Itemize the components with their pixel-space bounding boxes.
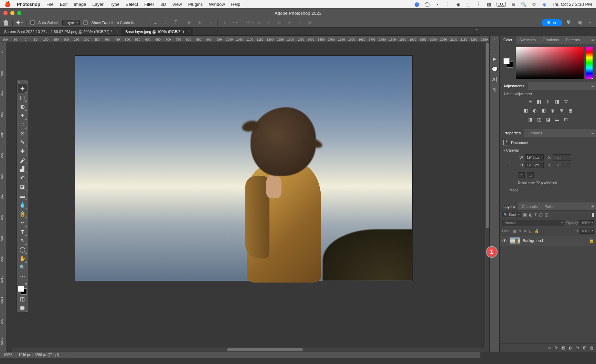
menubar-calendar-icon[interactable]: ▦ [486, 1, 492, 7]
menubar-app-icon-1[interactable]: ◯ [424, 1, 430, 7]
layer-name[interactable]: Background [523, 239, 543, 243]
link-dimensions-icon[interactable]: ⟓ [508, 158, 511, 163]
threshold-icon[interactable]: ◪ [545, 116, 552, 123]
layer-thumbnail[interactable] [510, 237, 520, 244]
link-layers-icon[interactable]: ⚯ [548, 345, 551, 350]
scrollbar-thumb[interactable] [486, 43, 489, 228]
ruler-horizontal[interactable]: 1005005010015020025030035040045050055060… [0, 36, 489, 42]
tab-color[interactable]: Color [500, 36, 516, 44]
collapsed-character-icon[interactable]: A| [492, 77, 497, 82]
menu-window[interactable]: Window [209, 2, 225, 7]
layer-row-background[interactable]: 👁 Background 🔒 [500, 235, 596, 246]
color-lookup-icon[interactable]: ▦ [567, 107, 574, 114]
dodge-tool[interactable]: 🔒 [18, 209, 27, 218]
canvas-vertical-scrollbar[interactable] [485, 42, 489, 348]
distribute-top-icon[interactable]: ⊪ [187, 19, 193, 26]
ruler-vertical[interactable]: 0100200300400500600700800900100011001200… [0, 42, 6, 352]
opacity-value[interactable]: 100% [579, 220, 594, 225]
collapsed-comments-icon[interactable]: 💬 [492, 66, 498, 72]
share-button[interactable]: Share [542, 19, 562, 26]
history-brush-tool[interactable]: ↶ [18, 174, 27, 183]
align-left-icon[interactable]: ⫞ [141, 19, 148, 26]
menubar-elephant-icon[interactable]: ⬤ [414, 1, 419, 7]
filter-smart-icon[interactable]: ◫ [545, 212, 549, 217]
lasso-tool[interactable]: ◐ [18, 102, 27, 111]
show-transform-checkbox[interactable] [83, 20, 88, 25]
panel-menu-icon[interactable]: ≡ [591, 37, 594, 42]
menubar-siri-icon[interactable]: ◉ [542, 1, 547, 7]
filter-pixel-icon[interactable]: ▣ [523, 212, 527, 217]
eyedropper-tool[interactable]: ✎ [18, 138, 27, 147]
layer-visibility-icon[interactable]: 👁 [502, 238, 507, 243]
hue-slider[interactable] [586, 47, 593, 79]
photo-filter-icon[interactable]: ◉ [549, 107, 556, 114]
align-right-icon[interactable]: ⫟ [162, 19, 169, 26]
menubar-moon-icon[interactable]: ☾ [445, 1, 450, 7]
distribute-center-icon[interactable]: ⊫ [197, 19, 204, 26]
screen-mode-tool[interactable]: ▣ [18, 304, 27, 312]
height-input[interactable]: 1298 px [525, 162, 544, 168]
fill-value[interactable]: 100% [579, 229, 594, 234]
panel-menu-icon[interactable]: ≡ [591, 83, 594, 88]
shape-tool[interactable]: ◯ [18, 245, 27, 254]
tab-paths[interactable]: Paths [541, 202, 558, 210]
quick-mask-tool[interactable]: ◫ [18, 295, 27, 304]
menubar-spotlight-icon[interactable]: 🔍 [521, 1, 526, 7]
tab-swatches[interactable]: Swatches [516, 36, 539, 44]
zoom-tool[interactable]: 🔍 [18, 263, 27, 272]
panel-menu-icon[interactable]: ≡ [591, 130, 594, 135]
curves-icon[interactable]: ⫿ [545, 98, 552, 105]
menu-file[interactable]: File [46, 2, 54, 7]
selective-color-icon[interactable]: ⊡ [563, 116, 570, 123]
add-mask-icon[interactable]: ◩ [561, 345, 565, 350]
document-tab-1[interactable]: Base layer.jpeg @ 100% (RGB/8#) × [121, 27, 193, 35]
marquee-tool[interactable]: ⬚ [18, 93, 27, 102]
path-selection-tool[interactable]: ↖ [18, 236, 27, 245]
menubar-frame-icon[interactable]: ▢ [466, 1, 471, 7]
canvas-horizontal-scrollbar[interactable] [12, 348, 489, 352]
menubar-app-name[interactable]: Photoshop [17, 2, 40, 7]
default-colors-icon[interactable]: ◱ [18, 282, 21, 286]
tabs-expand-icon[interactable]: » [476, 27, 480, 35]
edit-toolbar[interactable]: ⋯ [18, 272, 27, 281]
window-zoom-button[interactable] [17, 11, 21, 15]
menu-help[interactable]: Help [231, 2, 241, 7]
status-menu-icon[interactable]: › [65, 353, 66, 357]
more-options-icon[interactable]: ⋯ [232, 19, 238, 26]
home-button[interactable] [3, 20, 9, 26]
window-close-button[interactable] [3, 11, 8, 15]
posterize-icon[interactable]: ◫ [536, 116, 543, 123]
menu-plugins[interactable]: Plugins [188, 2, 203, 7]
auto-select-target-dropdown[interactable]: Layer [62, 20, 80, 25]
menubar-record-icon[interactable]: ◉ [455, 1, 461, 7]
brightness-contrast-icon[interactable]: ☀ [527, 98, 534, 105]
lock-artboard-icon[interactable]: ▢ [529, 229, 532, 233]
document-canvas[interactable] [6, 42, 489, 352]
collapsed-paragraph-icon[interactable]: ¶ [493, 87, 496, 92]
lock-transparency-icon[interactable]: ▦ [513, 229, 517, 233]
gradient-map-icon[interactable]: ▬ [554, 116, 561, 123]
exposure-icon[interactable]: ◨ [554, 98, 561, 105]
tools-close-icon[interactable]: × [18, 80, 20, 84]
close-tab-icon[interactable]: × [116, 29, 118, 34]
color-balance-icon[interactable]: ◐ [531, 107, 538, 114]
black-white-icon[interactable]: ◧ [540, 107, 547, 114]
align-top-icon[interactable]: ⟙ [172, 19, 179, 26]
vibrance-icon[interactable]: ▽ [563, 98, 570, 105]
fg-bg-colors[interactable]: ◱ ⤭ [17, 282, 28, 295]
frame-tool[interactable]: ⊠ [18, 129, 27, 138]
orientation-landscape-button[interactable]: ▭ [527, 172, 534, 178]
layer-lock-icon[interactable]: 🔒 [589, 238, 594, 243]
new-adjustment-layer-icon[interactable]: ◐ [568, 345, 572, 350]
zoom-level[interactable]: 100% [3, 353, 12, 357]
menubar-control-center-icon[interactable]: ⚙ [531, 1, 537, 7]
filter-shape-icon[interactable]: ▢ [539, 212, 543, 217]
distribute-spacing-icon[interactable]: ⦀ [221, 19, 228, 26]
window-minimize-button[interactable] [10, 11, 14, 15]
menu-image[interactable]: Image [74, 2, 86, 7]
filter-adjustment-icon[interactable]: ◐ [529, 212, 532, 217]
mode-label[interactable]: Mode [510, 188, 593, 192]
menu-filter[interactable]: Filter [144, 2, 154, 7]
hand-tool[interactable]: ✋ [18, 254, 27, 263]
healing-brush-tool[interactable]: ✚ [18, 147, 27, 156]
